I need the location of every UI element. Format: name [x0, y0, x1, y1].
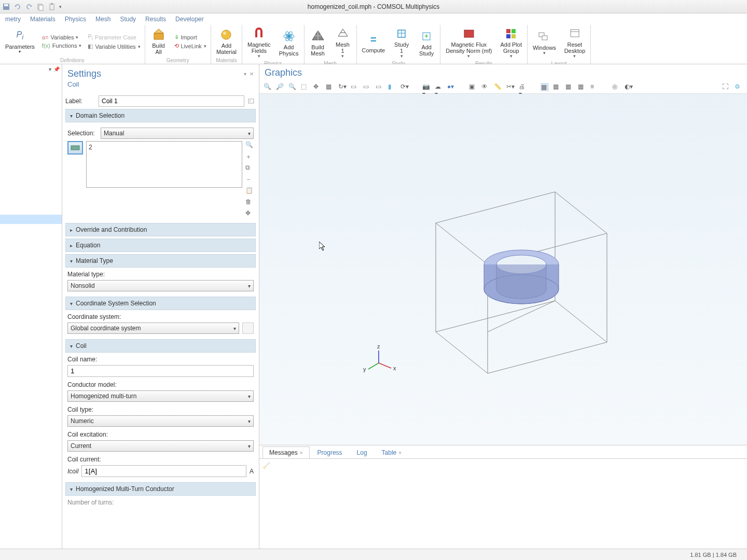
- hide-icon[interactable]: 👁: [481, 83, 490, 91]
- hmt-header[interactable]: Homogenized Multi-Turn Conductor: [65, 482, 256, 496]
- pan-icon[interactable]: ✥: [313, 83, 322, 91]
- label-tag-icon[interactable]: [247, 97, 256, 105]
- conductor-model-dropdown[interactable]: Homogenized multi-turn: [67, 390, 254, 402]
- redo-icon[interactable]: [25, 3, 33, 11]
- save-icon[interactable]: [2, 3, 10, 11]
- functions-button[interactable]: f(x)Functions: [40, 42, 84, 49]
- tab-log[interactable]: Log: [350, 446, 374, 458]
- select-icon[interactable]: ▣: [469, 83, 477, 91]
- zoom-box-icon[interactable]: ⬚: [301, 83, 309, 91]
- view-xy-icon[interactable]: ▭: [351, 83, 359, 91]
- settings-min-icon[interactable]: ▾: [244, 71, 246, 77]
- close-icon[interactable]: ×: [398, 450, 402, 456]
- copy-selection-icon[interactable]: ⧉: [245, 164, 254, 172]
- graphics-settings-icon[interactable]: ⚙: [735, 83, 743, 91]
- reset-desktop-button[interactable]: Reset Desktop: [561, 26, 588, 60]
- label-input[interactable]: [99, 95, 244, 107]
- add-physics-button[interactable]: Add Physics: [276, 29, 302, 58]
- coil-type-dropdown[interactable]: Numeric: [67, 415, 254, 427]
- study-1-button[interactable]: Study 1: [390, 26, 413, 60]
- magnetic-fields-button[interactable]: Magnetic Fields: [244, 26, 274, 60]
- domain-selection-header[interactable]: Domain Selection: [65, 109, 256, 122]
- mesh-1-button[interactable]: Mesh 1: [331, 26, 354, 60]
- compute-button[interactable]: = Compute: [359, 32, 389, 54]
- zoom-out-icon[interactable]: 🔍: [288, 83, 297, 91]
- print-icon[interactable]: 🖨▾: [519, 83, 527, 91]
- tab-progress[interactable]: Progress: [311, 446, 349, 458]
- zoom-extents-icon[interactable]: 🔍: [264, 83, 272, 91]
- rotate-icon[interactable]: ↻▾: [338, 83, 347, 91]
- tab-mesh[interactable]: Mesh: [95, 16, 110, 23]
- tab-messages[interactable]: Messages×: [262, 446, 310, 458]
- coil-current-input[interactable]: [81, 465, 246, 477]
- render-1-icon[interactable]: ▦: [541, 83, 549, 91]
- mfdn-button[interactable]: Magnetic Flux Density Norm (mf): [442, 26, 495, 60]
- tree-selected-node[interactable]: [0, 215, 62, 224]
- remove-selection-icon[interactable]: －: [245, 175, 254, 184]
- render-4-icon[interactable]: ▦: [578, 83, 586, 91]
- settings-close-icon[interactable]: ✕: [250, 71, 254, 77]
- paste-selection-icon[interactable]: 📋: [245, 187, 254, 195]
- add-material-button[interactable]: Add Material: [213, 27, 240, 56]
- livelink-button[interactable]: ⟲LiveLink: [172, 42, 209, 50]
- coil-name-input[interactable]: [67, 365, 254, 377]
- undo-icon[interactable]: [13, 3, 22, 11]
- model-builder-panel[interactable]: ▾ 📌 n (mf): [0, 64, 62, 549]
- messages-clear-icon[interactable]: 🧹: [262, 462, 270, 469]
- material-type-dropdown[interactable]: Nonsolid: [67, 280, 254, 291]
- parameters-button[interactable]: Pi Parameters ▾: [2, 28, 38, 55]
- view-default-icon[interactable]: ▮: [388, 83, 396, 91]
- tab-study[interactable]: Study: [120, 16, 136, 23]
- move-selection-icon[interactable]: ✥: [245, 209, 254, 218]
- coord-system-dropdown[interactable]: Global coordinate system: [67, 323, 239, 334]
- transparency-icon[interactable]: ●▾: [447, 83, 455, 91]
- domain-listbox[interactable]: 2: [86, 141, 242, 188]
- clip-icon[interactable]: ✂▾: [506, 83, 515, 91]
- tree-collapse-icon[interactable]: ▾: [49, 66, 51, 72]
- coord-create-icon[interactable]: [242, 323, 254, 334]
- close-icon[interactable]: ×: [300, 450, 303, 456]
- fullscreen-icon[interactable]: ⛶: [722, 83, 730, 91]
- copy-icon[interactable]: [36, 3, 45, 11]
- parameter-case-button[interactable]: PiParameter Case: [86, 33, 142, 41]
- view-xz-icon[interactable]: ▭: [376, 83, 384, 91]
- wireframe-icon[interactable]: ◎: [612, 83, 620, 91]
- measure-icon[interactable]: 📏: [494, 83, 502, 91]
- paste-icon[interactable]: [48, 3, 56, 11]
- graphics-viewport[interactable]: x y z: [259, 94, 747, 445]
- import-button[interactable]: ⇓Import: [172, 33, 209, 41]
- selection-dropdown[interactable]: Manual: [101, 128, 254, 139]
- shading-icon[interactable]: ◐▾: [625, 83, 633, 91]
- tab-physics[interactable]: Physics: [65, 16, 86, 23]
- windows-button[interactable]: Windows: [530, 29, 559, 57]
- add-plot-group-button[interactable]: Add Plot Group: [497, 26, 525, 60]
- coil-header[interactable]: Coil: [65, 339, 256, 353]
- add-selection-icon[interactable]: ＋: [245, 152, 254, 161]
- equation-header[interactable]: Equation: [65, 239, 256, 252]
- clear-selection-icon[interactable]: 🗑: [245, 198, 254, 206]
- material-type-header[interactable]: Material Type: [65, 254, 256, 268]
- view-yz-icon[interactable]: ▭: [363, 83, 371, 91]
- qat-dropdown[interactable]: ▾: [59, 4, 62, 9]
- zoom-in-icon[interactable]: 🔎: [276, 83, 284, 91]
- build-mesh-button[interactable]: Build Mesh: [307, 29, 329, 58]
- camera-icon[interactable]: 📷▾: [422, 83, 431, 91]
- build-all-button[interactable]: Build All: [147, 27, 170, 56]
- coil-excitation-dropdown[interactable]: Current: [67, 440, 254, 452]
- tree-pin-icon[interactable]: 📌: [53, 66, 60, 72]
- variables-button[interactable]: a=Variables: [40, 34, 84, 41]
- coord-system-header[interactable]: Coordinate System Selection: [65, 297, 256, 310]
- zoom-selection-icon[interactable]: 🔍: [245, 141, 254, 149]
- variable-utilities-button[interactable]: ◧Variable Utilities: [86, 43, 142, 50]
- render-3-icon[interactable]: ▦: [565, 83, 574, 91]
- domain-list-item[interactable]: 2: [89, 144, 240, 151]
- grid-icon[interactable]: ▦: [326, 83, 334, 91]
- render-5-icon[interactable]: ≡: [590, 83, 599, 91]
- tab-results[interactable]: Results: [145, 16, 166, 23]
- override-header[interactable]: Override and Contribution: [65, 223, 256, 236]
- tab-table[interactable]: Table×: [375, 446, 409, 458]
- tab-developer[interactable]: Developer: [175, 16, 204, 23]
- tab-geometry[interactable]: metry: [5, 16, 21, 23]
- render-2-icon[interactable]: ▦: [553, 83, 561, 91]
- scene-light-icon[interactable]: ☁▾: [435, 83, 443, 91]
